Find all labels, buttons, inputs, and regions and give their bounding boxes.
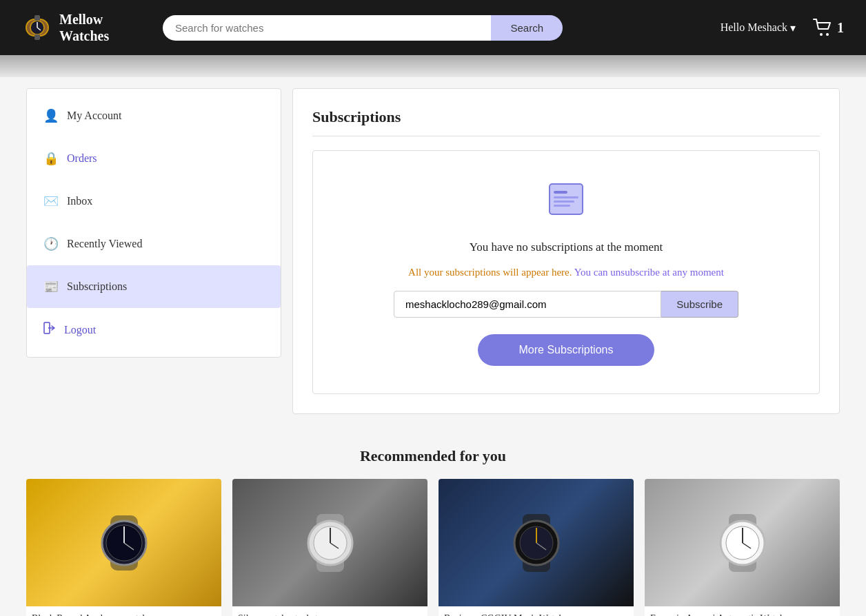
subscriptions-email-input[interactable]: [394, 291, 661, 318]
recommended-section: Recommended for you Black Round Analogue…: [12, 447, 854, 616]
product-name-3: Business CGGIU Men's Watch: [439, 606, 634, 616]
orders-link[interactable]: Orders: [67, 152, 97, 165]
logo-icon: [22, 12, 52, 43]
svg-rect-12: [554, 196, 578, 198]
logo-area[interactable]: Mellow Watches: [22, 11, 146, 44]
products-grid: Black Round Analogue watch Silver watch,…: [26, 479, 840, 616]
product-card-4[interactable]: Emporio Armani Automatic Watch: [645, 479, 840, 616]
subscriptions-inner: You have no subscriptions at the moment …: [312, 150, 820, 394]
svg-point-7: [826, 33, 829, 36]
sidebar-item-my-account[interactable]: 👤 My Account: [27, 94, 281, 137]
sidebar-item-inbox[interactable]: ✉️ Inbox: [27, 180, 281, 223]
content-panel: Subscriptions You have no subscriptions …: [292, 88, 840, 414]
svg-rect-13: [554, 201, 574, 203]
logout-link[interactable]: Logout: [64, 324, 96, 336]
product-image-4: [645, 479, 840, 606]
product-name-2: Silver watch, steel straps: [232, 606, 427, 616]
sidebar-label-recently-viewed: Recently Viewed: [67, 238, 142, 250]
subscriptions-empty-icon: [545, 178, 587, 228]
product-name-1: Black Round Analogue watch: [26, 606, 221, 616]
main-layout: 👤 My Account 🔒 Orders ✉️ Inbox 🕐 Recentl…: [12, 77, 854, 425]
recommended-title: Recommended for you: [26, 447, 840, 465]
sidebar-item-orders[interactable]: 🔒 Orders: [27, 137, 281, 180]
lock-icon: 🔒: [43, 151, 59, 166]
product-card-1[interactable]: Black Round Analogue watch: [26, 479, 221, 616]
newspaper-icon: 📰: [43, 279, 59, 294]
cart-icon: [812, 18, 833, 37]
svg-rect-5: [34, 34, 40, 40]
subscriptions-empty-message: You have no subscriptions at the moment: [470, 240, 663, 254]
sidebar-label-subscriptions: Subscriptions: [67, 280, 127, 293]
sidebar: 👤 My Account 🔒 Orders ✉️ Inbox 🕐 Recentl…: [26, 88, 281, 358]
svg-rect-4: [34, 15, 40, 21]
product-card-3[interactable]: Business CGGIU Men's Watch: [439, 479, 634, 616]
envelope-icon: ✉️: [43, 194, 59, 209]
search-button[interactable]: Search: [491, 15, 563, 41]
logo-text: Mellow Watches: [59, 11, 109, 44]
product-image-1: [26, 479, 221, 606]
sidebar-item-logout[interactable]: Logout: [27, 308, 281, 351]
chevron-down-icon: ▾: [790, 21, 796, 34]
subscriptions-note: All your subscriptions will appear here.…: [408, 267, 724, 278]
svg-rect-11: [554, 191, 567, 194]
logout-icon: [43, 322, 56, 338]
cart-area[interactable]: 1: [812, 18, 844, 37]
user-greeting[interactable]: Hello Meshack ▾: [721, 21, 796, 34]
sidebar-label-inbox: Inbox: [67, 195, 92, 207]
product-name-4: Emporio Armani Automatic Watch: [645, 606, 840, 616]
sidebar-label-my-account: My Account: [67, 110, 122, 122]
clock-icon: 🕐: [43, 236, 59, 251]
header-shadow: [0, 55, 866, 77]
header-right: Hello Meshack ▾ 1: [721, 18, 844, 37]
note-orange: All your subscriptions will appear here.: [408, 267, 572, 278]
search-area: Search: [163, 15, 563, 41]
svg-point-6: [820, 33, 823, 36]
svg-rect-14: [554, 205, 570, 207]
sidebar-item-subscriptions[interactable]: 📰 Subscriptions: [27, 265, 281, 308]
svg-rect-10: [550, 184, 583, 214]
subscriptions-email-row: Subscribe: [394, 291, 738, 318]
subscribe-button[interactable]: Subscribe: [661, 291, 738, 318]
product-card-2[interactable]: Silver watch, steel straps: [232, 479, 427, 616]
panel-title: Subscriptions: [312, 108, 820, 136]
product-image-3: [439, 479, 634, 606]
more-subscriptions-button[interactable]: More Subscriptions: [478, 334, 655, 366]
product-image-2: [232, 479, 427, 606]
header: Mellow Watches Search Hello Meshack ▾ 1: [0, 0, 866, 55]
search-input[interactable]: [163, 15, 491, 41]
note-purple: You can unsubscribe at any moment: [574, 267, 724, 278]
user-icon: 👤: [43, 108, 59, 123]
sidebar-item-recently-viewed[interactable]: 🕐 Recently Viewed: [27, 223, 281, 265]
cart-count: 1: [837, 20, 844, 36]
